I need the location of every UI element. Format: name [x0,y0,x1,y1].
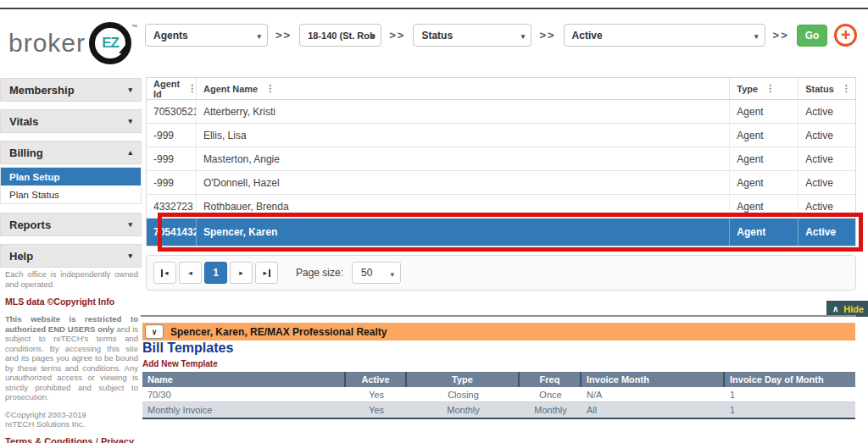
column-menu-icon[interactable]: ⋮ [187,83,197,94]
column-header-invoice-month: Invoice Month [581,372,725,387]
table-row[interactable]: -999 Ellis, Lisa Agent Active [147,124,855,147]
privacy-link[interactable]: Privacy [101,436,134,443]
column-header-invoice-day: Invoice Day of Month [725,372,855,387]
prev-page-icon: ◂ [188,269,192,277]
cell-agent-id: -999 [147,147,197,170]
pager-last-button[interactable]: ▸ [255,262,278,284]
cell-agent-name: Rothbauer, Brenda [197,195,730,218]
table-row[interactable]: 70530521 Atterberry, Kristi Agent Active [147,100,855,124]
column-label: Type [737,84,758,94]
column-header-freq: Freq [520,372,581,387]
logo-arrow-icon [119,46,131,58]
cell-agent-id: -999 [147,124,197,147]
column-label: Agent Id [153,79,180,99]
cell-type: Agent [730,171,798,194]
cell-type: Closing [407,387,520,401]
cell-status: Active [798,171,855,194]
sidebar-item-vitals[interactable]: Vitals ▾ [0,109,142,133]
logo-ez-text: EZ [102,35,119,52]
sidebar-subitem-plan-setup[interactable]: Plan Setup [1,168,141,186]
brokerez-logo: broker EZ ™ [8,22,137,64]
sidebar-item-billing[interactable]: Billing ▴ [0,141,142,164]
column-header-agent-name[interactable]: Agent Name ⋮ [197,78,730,99]
sidebar-item-reports[interactable]: Reports ▾ [0,213,142,236]
bill-templates-header: Name Active Type Freq Invoice Month Invo… [142,372,855,387]
column-header-name: Name [142,372,346,387]
column-header-type[interactable]: Type ⋮ [730,78,798,99]
bill-templates-table: Name Active Type Freq Invoice Month Invo… [142,372,855,419]
column-menu-icon[interactable]: ⋮ [765,83,775,94]
page-size-dropdown[interactable]: 50 ▾ [352,262,401,284]
cell-agent-id: -999 [147,171,197,194]
office-disclaimer: Each office is independently owned and o… [5,269,138,289]
sidebar-item-label: Billing [9,147,43,159]
chevron-up-icon: ▴ [128,148,132,157]
column-header-agent-id[interactable]: Agent Id ⋮ [147,78,197,99]
cell-agent-id: 70541432 [147,219,197,246]
top-divider [0,8,868,9]
sidebar-item-label: Help [9,250,33,263]
chevron-down-icon: ▾ [128,86,132,94]
legal-disclaimer: This website is restricted to authorized… [5,314,138,402]
mls-copyright-link[interactable]: MLS data ©Copyright Info [5,296,138,307]
chevron-down-icon: ▾ [754,32,759,41]
column-header-status[interactable]: Status ⋮ [798,78,855,99]
cell-invoice-month: N/A [581,387,725,401]
cell-agent-name: Masterton, Angie [197,147,730,170]
sidebar-item-label: Vitals [9,115,38,128]
add-button-plus-icon[interactable]: + [834,24,857,47]
column-menu-icon[interactable]: ⋮ [842,83,851,94]
table-row[interactable]: -999 O'Donnell, Hazel Agent Active [147,171,855,195]
sidebar-footer: Each office is independently owned and o… [5,269,138,443]
bill-templates-heading: Bill Templates [142,341,233,356]
chevron-up-icon: ∧ [832,304,838,313]
legal-disclaimer-rest: and is subject to reTECH's terms and con… [5,324,138,402]
field-dropdown[interactable]: Status ▾ [413,24,531,47]
sidebar-subitem-plan-status[interactable]: Plan Status [1,186,141,203]
sidebar-item-label: Membership [9,84,75,97]
add-new-template-link[interactable]: Add New Template [142,359,218,368]
panel-divider [141,315,856,317]
page-size-label: Page size: [296,267,343,279]
pager-next-button[interactable]: ▸ [230,262,253,284]
logo-trademark: ™ [131,24,137,30]
chevron-down-icon: ▾ [128,252,132,260]
toolbar-separator: >> [389,29,405,42]
cell-invoice-day: 1 [725,402,855,418]
pager-first-button[interactable]: ◂ [153,262,176,284]
table-row-selected[interactable]: 70541432 Spencer, Karen Agent Active [147,219,855,246]
table-row[interactable]: 70/30 Yes Closing Once N/A 1 [142,387,855,402]
sidebar-nav: Membership ▾ Vitals ▾ Billing ▴ Plan Set… [0,78,142,275]
go-button[interactable]: Go [797,25,828,47]
agent-detail-header[interactable]: ∨ Spencer, Karen, RE/MAX Professional Re… [142,323,855,341]
logo-circle-arrow-icon: EZ [89,22,131,64]
logo-brand-text: broker [8,29,86,58]
office-dropdown-value: 18-140 (St. Rob [308,30,375,41]
column-menu-icon[interactable]: ⋮ [265,83,275,94]
agents-grid: Agent Id ⋮ Agent Name ⋮ Type ⋮ Status ⋮ … [146,77,856,246]
cell-agent-name: Ellis, Lisa [197,124,730,147]
cell-name: 70/30 [142,387,346,401]
collapse-toggle-button[interactable]: ∨ [145,324,164,339]
brokerez-app: broker EZ ™ Agents ▾ >> 18-140 (St. Rob … [0,0,868,443]
module-dropdown[interactable]: Agents ▾ [145,24,268,47]
sidebar-item-membership[interactable]: Membership ▾ [0,78,142,102]
sidebar-item-help[interactable]: Help ▾ [0,244,142,268]
grid-pager: ◂ ◂ 1 ▸ ▸ Page size: 50 ▾ [146,255,856,291]
cell-status: Active [798,100,855,123]
column-header-active: Active [346,372,407,387]
table-row[interactable]: -999 Masterton, Angie Agent Active [147,147,855,171]
office-dropdown[interactable]: 18-140 (St. Rob ▾ [299,24,381,47]
terms-link[interactable]: Terms & Conditions [5,436,93,443]
cell-status: Active [798,219,855,246]
first-page-icon: ◂ [164,269,169,277]
table-row[interactable]: Monthly Invoice Yes Monthly Monthly All … [142,402,855,418]
value-dropdown[interactable]: Active ▾ [564,24,765,47]
cell-status: Active [798,147,855,170]
cell-type: Agent [730,147,798,170]
cell-type: Agent [730,100,798,123]
legal-links: Terms & Conditions / Privacy [5,436,138,443]
table-row[interactable]: 4332723 Rothbauer, Brenda Agent Active [147,195,855,219]
pager-page-1-button[interactable]: 1 [204,262,227,284]
pager-prev-button[interactable]: ◂ [179,262,202,284]
